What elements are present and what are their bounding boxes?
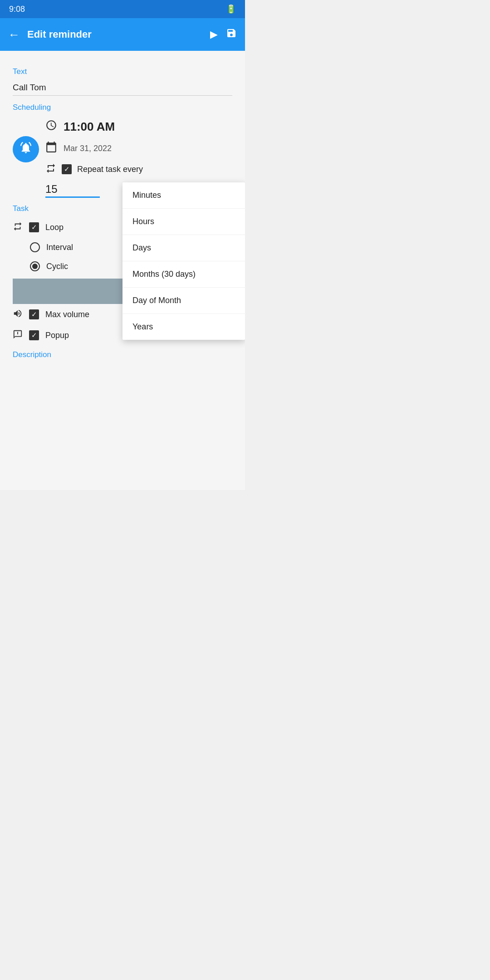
loop-label: Loop bbox=[45, 223, 64, 232]
dropdown-item-months[interactable]: Months (30 days) bbox=[122, 261, 245, 288]
interval-label: Interval bbox=[46, 243, 73, 252]
app-bar: ← Edit reminder ▶ bbox=[0, 18, 245, 51]
dropdown-item-day-of-month[interactable]: Day of Month bbox=[122, 288, 245, 314]
back-button[interactable]: ← bbox=[8, 28, 20, 42]
interval-radio[interactable] bbox=[30, 242, 40, 252]
dropdown-item-minutes[interactable]: Minutes bbox=[122, 182, 245, 209]
popup-label: Popup bbox=[45, 331, 69, 340]
status-bar: 9:08 🔋 bbox=[0, 0, 245, 18]
cyclic-radio-inner bbox=[32, 264, 38, 269]
repeat-checkbox[interactable]: ✓ bbox=[62, 164, 72, 174]
dropdown-item-years[interactable]: Years bbox=[122, 314, 245, 340]
dropdown-menu: Minutes Hours Days Months (30 days) Day … bbox=[122, 182, 245, 340]
date-row[interactable]: Mar 31, 2022 bbox=[13, 137, 232, 159]
page-title: Edit reminder bbox=[27, 29, 203, 40]
loop-icon bbox=[13, 221, 23, 233]
dropdown-item-days[interactable]: Days bbox=[122, 235, 245, 261]
description-label: Description bbox=[13, 350, 232, 359]
time-row[interactable]: 11:00 AM bbox=[13, 116, 232, 137]
main-content: Text Scheduling 11:00 AM Mar 31, 2022 ✓ bbox=[0, 51, 245, 490]
interval-input[interactable] bbox=[45, 183, 100, 198]
schedule-time: 11:00 AM bbox=[64, 120, 115, 134]
text-section: Text bbox=[13, 67, 232, 96]
dropdown-item-hours[interactable]: Hours bbox=[122, 209, 245, 235]
cyclic-label: Cyclic bbox=[46, 262, 68, 271]
text-input[interactable] bbox=[13, 80, 232, 96]
max-volume-checkbox[interactable]: ✓ bbox=[29, 309, 39, 319]
cyclic-radio[interactable] bbox=[30, 261, 40, 271]
max-volume-label: Max volume bbox=[45, 310, 89, 319]
app-bar-actions: ▶ bbox=[210, 28, 237, 41]
volume-icon bbox=[13, 309, 23, 320]
repeat-row[interactable]: ✓ Repeat task every bbox=[45, 159, 232, 179]
scheduling-label: Scheduling bbox=[13, 103, 232, 112]
repeat-label: Repeat task every bbox=[77, 165, 143, 174]
popup-checkbox[interactable]: ✓ bbox=[29, 330, 39, 340]
alarm-icon bbox=[20, 142, 32, 157]
save-button[interactable] bbox=[226, 28, 237, 41]
schedule-date: Mar 31, 2022 bbox=[64, 144, 112, 153]
play-button[interactable]: ▶ bbox=[210, 29, 218, 40]
text-label: Text bbox=[13, 67, 232, 76]
alarm-fab[interactable] bbox=[13, 136, 39, 162]
clock-icon bbox=[45, 119, 57, 134]
calendar-icon bbox=[45, 141, 57, 156]
loop-checkbox[interactable]: ✓ bbox=[29, 222, 39, 232]
repeat-icon bbox=[45, 163, 56, 176]
battery-icon: 🔋 bbox=[226, 4, 236, 14]
svg-rect-1 bbox=[17, 332, 18, 334]
popup-icon bbox=[13, 329, 23, 341]
svg-rect-0 bbox=[17, 333, 18, 334]
status-time: 9:08 bbox=[9, 5, 25, 14]
